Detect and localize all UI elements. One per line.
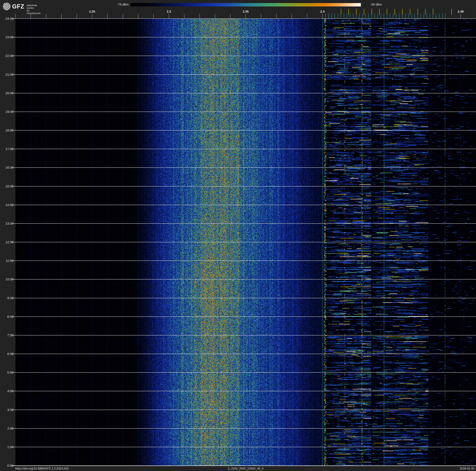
time-axis-label: 2:00 <box>0 427 14 430</box>
spectrogram-canvas <box>0 0 476 471</box>
time-axis-label: 12:00 <box>0 240 14 244</box>
gfz-globe-icon <box>3 2 11 11</box>
colorbar-min-label: -75 dBm <box>107 3 129 6</box>
doi-link[interactable]: https://doi.org/10.5880/GFZ.1.2.2024.003 <box>15 467 69 470</box>
dataset-name: 2_2200_2500_10000_40_0 <box>228 467 263 470</box>
time-axis-label: 9:00 <box>0 296 14 300</box>
time-axis-label: 17:00 <box>0 147 14 151</box>
time-axis-label: 23:00 <box>0 35 14 39</box>
colorbar-max-label: -55 dBm <box>370 3 382 6</box>
freq-axis-label: 2.25 <box>89 10 95 13</box>
time-axis-label: 10:00 <box>0 277 14 281</box>
time-axis-label: 21:00 <box>0 73 14 76</box>
gfz-logo-name-line1: Helmholtz Centre <box>27 4 37 9</box>
time-axis-label: 4:00 <box>0 389 14 393</box>
time-axis-label: 14:00 <box>0 203 14 207</box>
time-axis-label: 22:00 <box>0 54 14 58</box>
gfz-logo-brand: GFZ <box>12 3 24 10</box>
time-axis-label: 13:00 <box>0 222 14 225</box>
time-axis-label: 24:00 <box>0 17 14 20</box>
date-label: 2026-01-31 <box>460 467 475 470</box>
time-axis-label: 6:00 <box>0 352 14 356</box>
time-axis-label: 7:00 <box>0 333 14 337</box>
gfz-logo-name: Helmholtz Centrefor Geosciences <box>27 4 41 15</box>
time-axis-label: 5:00 <box>0 371 14 374</box>
time-axis-label: 8:00 <box>0 315 14 319</box>
freq-axis-label: 2.35 <box>243 10 249 13</box>
time-axis-label: 19:00 <box>0 110 14 114</box>
freq-axis-label: 2.3 <box>167 10 171 13</box>
time-axis-label: 18:00 <box>0 128 14 132</box>
gfz-logo-name-line2: for Geosciences <box>27 9 41 15</box>
spectrogram-app: GFZ Helmholtz Centrefor Geosciences -75 … <box>0 0 476 471</box>
freq-axis-label: 2.4 <box>320 10 324 13</box>
time-axis-label: 15:00 <box>0 184 14 188</box>
time-axis-label: 11:00 <box>0 259 14 263</box>
freq-axis-label: 2.49 <box>458 10 464 13</box>
time-axis-label: 20:00 <box>0 91 14 95</box>
time-axis-label: 0:00 <box>0 464 14 468</box>
time-axis-label: 1:00 <box>0 445 14 449</box>
time-axis-label: 16:00 <box>0 166 14 169</box>
time-axis-label: 3:00 <box>0 408 14 412</box>
